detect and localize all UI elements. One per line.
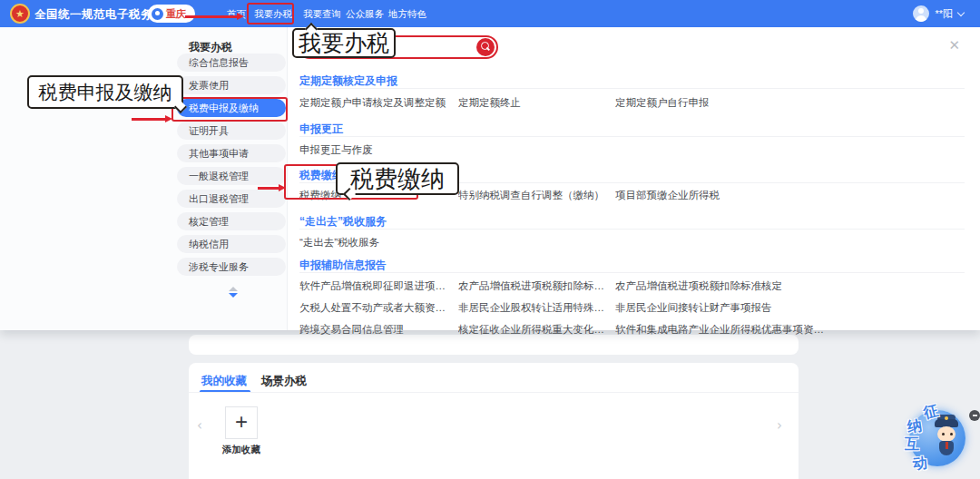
site-title: 全国统一规范电子税务局 [34, 7, 164, 23]
menu-link[interactable]: 定期定额户申请核定及调整定额 [299, 96, 458, 110]
section-title-going-global[interactable]: “走出去”税收服务 [299, 214, 387, 230]
sidebar-expand-control[interactable] [229, 287, 240, 298]
tab-scenario-tax[interactable]: 场景办税 [261, 374, 307, 389]
sidebar-item-tax-declaration-payment[interactable]: 税费申报及缴纳 [177, 99, 286, 117]
menu-link[interactable]: 非居民企业间接转让财产事项报告 [615, 301, 965, 315]
divider [299, 229, 965, 230]
annotation-callout-section: 税费缴纳 [336, 162, 459, 195]
sidebar-item-tax-credit[interactable]: 纳税信用 [177, 235, 286, 253]
sidebar-item-general-refund[interactable]: 一般退税管理 [177, 167, 286, 185]
favorites-card: 我的收藏 场景办税 ‹ + 添加收藏 › [189, 363, 799, 479]
menu-link[interactable]: 农产品增值税进项税额扣除标准备案 [458, 279, 615, 293]
divider [299, 88, 965, 89]
nav-item-local-features[interactable]: 地方特色 [388, 0, 426, 27]
mega-menu-panel: 我要办税 综合信息报告 发票使用 税费申报及缴纳 证明开具 其他事项申请 一般退… [0, 27, 980, 330]
sidebar-item-certificate-issuance[interactable]: 证明开具 [177, 122, 286, 140]
annotation-arrow-section [258, 187, 279, 190]
menu-link[interactable]: 农产品增值税进项税额扣除标准核定 [615, 279, 965, 293]
national-emblem-logo: ★ [10, 4, 30, 24]
menu-link[interactable]: 欠税人处置不动产或者大额资产报告 [299, 301, 458, 315]
add-favorite-button[interactable]: + [225, 406, 258, 439]
location-label: 重庆 [166, 7, 186, 21]
menu-link[interactable]: 跨境交易合同信息管理 [299, 323, 458, 337]
search-icon[interactable] [476, 38, 495, 56]
chevron-right-icon[interactable]: › [777, 417, 782, 434]
triangle-down-icon [229, 293, 238, 298]
mascot-char-3: 互 [905, 435, 919, 455]
menu-link[interactable]: 特别纳税调查自行调整（缴纳） [458, 189, 615, 202]
divider [299, 136, 965, 137]
user-name: **阳 [935, 7, 953, 21]
chevron-left-icon[interactable]: ‹ [197, 417, 202, 434]
plus-icon: + [235, 411, 248, 433]
mascot-close-button[interactable] [969, 410, 980, 421]
mascot-officer-face [937, 426, 956, 442]
triangle-up-icon [229, 287, 238, 291]
menu-link[interactable]: 申报更正与作废 [299, 143, 458, 157]
user-avatar [913, 5, 929, 22]
mascot-char-4: 动 [912, 454, 927, 474]
top-navigation-bar: ★ 全国统一规范电子税务局 重庆 首页 我要办税 我要查询 公众服务 地方特色 … [0, 0, 980, 27]
menu-link[interactable]: “走出去”税收服务 [299, 236, 458, 249]
background-card [189, 335, 799, 355]
sidebar-item-other-matters[interactable]: 其他事项申请 [177, 144, 286, 162]
divider [299, 272, 965, 273]
nav-item-public-service[interactable]: 公众服务 [346, 0, 384, 27]
location-selector[interactable]: 重庆 [148, 5, 195, 23]
section-title-declaration-correction[interactable]: 申报更正 [299, 122, 343, 137]
mascot-officer-eye [942, 433, 945, 435]
annotation-callout-section-text: 税费缴纳 [350, 163, 445, 195]
mascot-officer-tie [946, 442, 948, 449]
interaction-mascot-widget[interactable]: 征 纳 互 动 [898, 403, 980, 477]
location-pin-icon [152, 8, 163, 20]
menu-link[interactable]: 软件和集成电路产业企业所得税优惠事项资… [615, 323, 965, 337]
divider [189, 392, 799, 393]
menu-link[interactable]: 软件产品增值税即征即退进项分摊方式资料… [299, 279, 458, 293]
annotation-arrow-nav [185, 15, 238, 18]
menu-link[interactable]: 项目部预缴企业所得税 [615, 189, 965, 202]
menu-link[interactable]: 定期定额终止 [458, 96, 615, 110]
annotation-callout-sidebar-text: 税费申报及缴纳 [39, 80, 172, 105]
add-favorite-label: 添加收藏 [219, 444, 264, 456]
menu-link[interactable]: 核定征收企业所得税重大变化报告 [458, 323, 615, 337]
tab-my-favorites[interactable]: 我的收藏 [201, 374, 247, 389]
page: ★ 全国统一规范电子税务局 重庆 首页 我要办税 我要查询 公众服务 地方特色 … [0, 0, 980, 479]
mascot-char-2: 纳 [906, 416, 924, 437]
sidebar-item-assessment-management[interactable]: 核定管理 [177, 212, 286, 230]
annotation-callout-nav: 我要办税 [292, 28, 396, 58]
sidebar-item-comprehensive-info[interactable]: 综合信息报告 [177, 54, 286, 72]
nav-item-tax-handling[interactable]: 我要办税 [254, 0, 292, 27]
mascot-officer-eye [950, 433, 953, 435]
section-title-auxiliary-info[interactable]: 申报辅助信息报告 [299, 258, 387, 273]
menu-link[interactable]: 定期定额户自行申报 [615, 96, 965, 110]
chevron-down-icon [957, 8, 965, 15]
mascot-officer-badge [945, 416, 948, 420]
menu-link[interactable]: 非居民企业股权转让适用特殊性税务处理的… [458, 301, 615, 315]
close-icon[interactable]: ✕ [948, 38, 960, 52]
sidebar-item-export-refund[interactable]: 出口退税管理 [177, 190, 286, 208]
sidebar-item-invoice-use[interactable]: 发票使用 [177, 76, 286, 94]
annotation-arrow-sidebar [132, 118, 166, 121]
section-title-fixed-quota[interactable]: 定期定额核定及申报 [299, 73, 397, 89]
annotation-callout-sidebar: 税费申报及缴纳 [27, 75, 183, 109]
sidebar-item-tax-professional-service[interactable]: 涉税专业服务 [177, 258, 286, 276]
user-menu[interactable]: **阳 [913, 0, 964, 27]
nav-item-inquiry[interactable]: 我要查询 [303, 0, 341, 27]
